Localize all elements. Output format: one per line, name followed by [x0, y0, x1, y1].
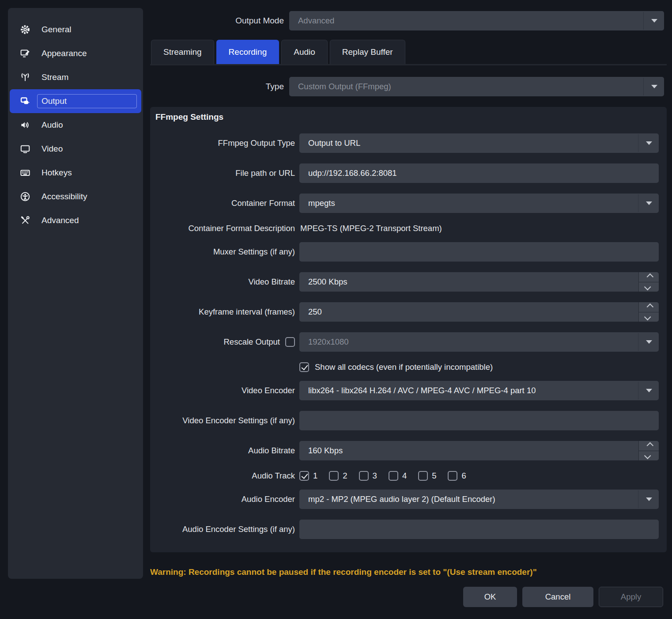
audio-track-2-checkbox[interactable]	[329, 471, 339, 481]
select-value: mp2 - MP2 (MPEG audio layer 2) (Default …	[308, 494, 495, 504]
select-value: libx264 - libx264 H.264 / AVC / MPEG-4 A…	[308, 386, 536, 395]
chevron-up-icon	[647, 442, 654, 449]
audio-track-4-checkbox[interactable]	[389, 471, 398, 481]
sidebar-item-hotkeys[interactable]: Hotkeys	[10, 161, 141, 185]
spin-up-button[interactable]	[639, 272, 659, 282]
field-label: Audio Encoder Settings (if any)	[150, 524, 295, 534]
appearance-icon	[19, 48, 31, 59]
sidebar-item-label: Output	[37, 94, 137, 108]
field-label: Video Encoder Settings (if any)	[150, 416, 295, 425]
group-title: FFmpeg Settings	[150, 112, 659, 122]
audio-encoder-select[interactable]: mp2 - MP2 (MPEG audio layer 2) (Default …	[299, 490, 659, 509]
sidebar-item-label: Advanced	[37, 213, 137, 228]
chevron-down-icon	[644, 452, 651, 459]
rescale-output-checkbox[interactable]	[285, 337, 295, 347]
field-label: Container Format	[150, 198, 295, 208]
track-number: 2	[343, 471, 347, 481]
accessibility-icon	[19, 191, 31, 202]
spinbox-value: 250	[308, 307, 322, 317]
audio-track-5-checkbox[interactable]	[418, 471, 428, 481]
track-number: 6	[461, 471, 466, 481]
gear-icon	[19, 24, 31, 35]
chevron-down-icon	[646, 141, 652, 145]
chevron-up-icon	[647, 273, 654, 281]
video-bitrate-spinbox[interactable]: 2500 Kbps	[299, 272, 659, 292]
audio-track-checkboxes: 1 2 3 4 5 6	[299, 471, 659, 481]
chevron-down-icon	[646, 497, 652, 501]
sidebar-item-advanced[interactable]: Advanced	[10, 209, 141, 232]
sidebar-item-general[interactable]: General	[10, 18, 141, 42]
sidebar-item-audio[interactable]: Audio	[10, 113, 141, 137]
audio-bitrate-row: Audio Bitrate 160 Kbps	[150, 441, 659, 460]
select-value: mpegts	[308, 198, 335, 208]
output-mode-value: Advanced	[298, 16, 334, 26]
audio-track-3-checkbox[interactable]	[359, 471, 369, 481]
monitor-icon	[19, 143, 31, 155]
output-settings-panel: Output Mode Advanced Streaming Recording…	[150, 0, 667, 619]
field-label: Rescale Output	[223, 337, 280, 347]
tab-replay-buffer[interactable]: Replay Buffer	[330, 40, 405, 64]
sidebar-item-video[interactable]: Video	[10, 137, 141, 161]
settings-sidebar: General Appearance Stream	[8, 8, 143, 579]
recording-type-value: Custom Output (FFmpeg)	[298, 82, 391, 91]
spinbox-value: 2500 Kbps	[308, 277, 347, 287]
speaker-icon	[19, 119, 31, 131]
tools-icon	[19, 215, 31, 226]
ffmpeg-settings-group: FFmpeg Settings FFmpeg Output Type Outpu…	[150, 107, 667, 552]
container-format-select[interactable]: mpegts	[299, 194, 659, 213]
keyboard-icon	[19, 167, 31, 178]
divider	[638, 333, 638, 351]
video-encoder-select[interactable]: libx264 - libx264 H.264 / AVC / MPEG-4 A…	[299, 381, 659, 400]
track-number: 1	[313, 471, 317, 481]
rescale-output-row: Rescale Output 1920x1080	[150, 332, 659, 352]
spin-up-button[interactable]	[639, 302, 659, 312]
chevron-down-icon	[646, 201, 652, 205]
audio-encoder-row: Audio Encoder mp2 - MP2 (MPEG audio laye…	[150, 490, 659, 509]
spin-up-button[interactable]	[639, 441, 659, 451]
keyframe-interval-spinbox[interactable]: 250	[299, 302, 659, 322]
divider	[638, 490, 638, 508]
spin-down-button[interactable]	[639, 312, 659, 322]
divider	[638, 134, 638, 152]
sidebar-item-label: Hotkeys	[37, 166, 137, 180]
audio-track-6-checkbox[interactable]	[448, 471, 457, 481]
sidebar-item-output[interactable]: Output	[10, 89, 141, 113]
audio-track-row: Audio Track 1 2 3 4 5 6	[150, 471, 659, 481]
video-encoder-settings-row: Video Encoder Settings (if any)	[150, 411, 659, 430]
select-value: Output to URL	[308, 138, 360, 148]
sidebar-item-appearance[interactable]: Appearance	[10, 42, 141, 65]
audio-encoder-settings-input[interactable]	[299, 520, 659, 539]
recording-type-row: Type Custom Output (FFmpeg)	[150, 77, 667, 96]
chevron-down-icon	[646, 340, 652, 344]
sidebar-item-label: Video	[37, 142, 137, 156]
spin-down-button[interactable]	[639, 282, 659, 292]
ffmpeg-output-type-select[interactable]: Output to URL	[299, 133, 659, 153]
sidebar-item-label: General	[37, 23, 137, 37]
tab-streaming[interactable]: Streaming	[151, 40, 214, 64]
tab-recording[interactable]: Recording	[216, 40, 279, 64]
video-encoder-settings-input[interactable]	[299, 411, 659, 430]
audio-track-1-checkbox[interactable]	[299, 471, 309, 481]
field-label: Video Bitrate	[150, 277, 295, 287]
recording-type-select[interactable]: Custom Output (FFmpeg)	[289, 77, 664, 96]
video-bitrate-row: Video Bitrate 2500 Kbps	[150, 272, 659, 292]
audio-bitrate-spinbox[interactable]: 160 Kbps	[299, 441, 659, 460]
field-label: File path or URL	[150, 168, 295, 178]
apply-button[interactable]: Apply	[599, 587, 663, 607]
ok-button[interactable]: OK	[463, 587, 517, 607]
rescale-resolution-select[interactable]: 1920x1080	[299, 332, 659, 352]
cancel-button[interactable]: Cancel	[522, 587, 593, 607]
tab-audio[interactable]: Audio	[281, 40, 328, 64]
file-path-input[interactable]	[299, 163, 659, 183]
container-format-row: Container Format mpegts	[150, 194, 659, 213]
spin-down-button[interactable]	[639, 451, 659, 461]
select-value: 1920x1080	[308, 337, 349, 347]
show-all-codecs-checkbox[interactable]	[299, 362, 309, 372]
field-label: Audio Encoder	[150, 494, 295, 504]
chevron-down-icon	[651, 19, 657, 23]
muxer-settings-input[interactable]	[299, 242, 659, 262]
output-mode-select[interactable]: Advanced	[289, 11, 664, 30]
sidebar-item-stream[interactable]: Stream	[10, 65, 141, 89]
output-tabs: Streaming Recording Audio Replay Buffer	[150, 40, 667, 65]
sidebar-item-accessibility[interactable]: Accessibility	[10, 185, 141, 209]
